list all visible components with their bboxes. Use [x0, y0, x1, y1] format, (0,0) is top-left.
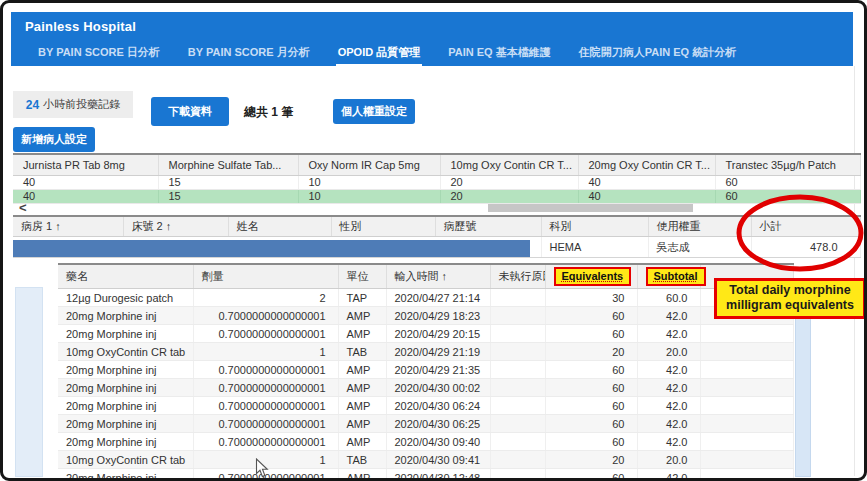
- weights-row[interactable]: 40 15 10 20 40 60: [13, 175, 860, 189]
- record-cell-unit: AMP: [338, 415, 386, 433]
- app-window: Painless Hospital BY PAIN SCORE 日分析 BY P…: [0, 0, 867, 481]
- record-cell-not-executed-reason: [490, 343, 545, 361]
- detail-panel-left-gutter: [15, 287, 43, 477]
- record-cell-subtotal: 42.0: [637, 415, 700, 433]
- records-column-header-not-executed-reason[interactable]: 未執行原因: [490, 264, 545, 289]
- record-row[interactable]: 12µg Durogesic patch 2 TAP 2020/04/27 21…: [58, 289, 793, 307]
- weights-cell: 60: [715, 175, 860, 189]
- record-cell-subtotal: 42.0: [637, 397, 700, 415]
- record-cell-filler: [700, 433, 793, 451]
- weights-column-header[interactable]: Morphine Sulfate Tab...: [158, 154, 298, 175]
- patients-column-header-subtotal[interactable]: 小計: [751, 216, 860, 237]
- record-cell-drug: 10mg OxyContin CR tab: [58, 451, 193, 469]
- tab-by-pain-score-daily[interactable]: BY PAIN SCORE 日分析: [36, 41, 162, 66]
- weights-header-row: Jurnista PR Tab 8mg Morphine Sulfate Tab…: [13, 154, 860, 175]
- weights-column-header[interactable]: 20mg Oxy Contin CR T...: [578, 154, 715, 175]
- record-cell-subtotal: 42.0: [637, 469, 700, 481]
- tab-by-pain-score-monthly[interactable]: BY PAIN SCORE 月分析: [186, 41, 312, 66]
- records-column-header-subtotal[interactable]: Subtotal: [637, 264, 700, 289]
- weights-cell: 40: [578, 175, 715, 189]
- patients-column-header-weight-user[interactable]: 使用權重: [648, 216, 751, 237]
- record-cell-entry-time: 2020/04/30 06:25: [386, 415, 490, 433]
- records-header-row: 藥名 劑量 單位 輸入時間 ↑ 未執行原因 Equivalents Subtot…: [58, 264, 793, 289]
- record-cell-dose: 0.7000000000000001: [193, 325, 338, 343]
- records-column-header-unit[interactable]: 單位: [338, 264, 386, 289]
- record-row[interactable]: 10mg OxyContin CR tab 1 TAB 2020/04/30 0…: [58, 451, 793, 469]
- record-row[interactable]: 20mg Morphine inj 0.7000000000000001 AMP…: [58, 397, 793, 415]
- history-24h-chip[interactable]: 24 小時前投藥記錄: [13, 91, 133, 118]
- record-row[interactable]: 20mg Morphine inj 0.7000000000000001 AMP…: [58, 361, 793, 379]
- scroll-left-arrow[interactable]: <: [19, 200, 27, 215]
- record-row[interactable]: 20mg Morphine inj 0.7000000000000001 AMP…: [58, 469, 793, 481]
- record-row[interactable]: 10mg OxyContin CR tab 1 TAB 2020/04/29 2…: [58, 343, 793, 361]
- weights-column-header[interactable]: 10mg Oxy Contin CR T...: [440, 154, 578, 175]
- patients-column-header-ward[interactable]: 病房 1 ↑: [13, 216, 123, 237]
- record-cell-dose: 0.7000000000000001: [193, 433, 338, 451]
- tab-inpatient-pain-eq-stats[interactable]: 住院開刀病人PAIN EQ 統計分析: [577, 41, 738, 66]
- weights-row-selected[interactable]: 40 15 10 20 40 60: [13, 189, 860, 203]
- record-cell-filler: [700, 325, 793, 343]
- weights-column-header[interactable]: Transtec 35µg/h Patch: [715, 154, 860, 175]
- patients-column-header-name[interactable]: 姓名: [228, 216, 331, 237]
- record-cell-unit: AMP: [338, 307, 386, 325]
- patient-row[interactable]: HEMA 吳志成 478.0: [13, 237, 860, 258]
- record-cell-equivalents: 60: [545, 415, 637, 433]
- history-24h-label: 小時前投藥記錄: [43, 97, 120, 112]
- patient-cell-subtotal: 478.0: [751, 237, 860, 258]
- record-cell-unit: TAP: [338, 289, 386, 307]
- record-row[interactable]: 20mg Morphine inj 0.7000000000000001 AMP…: [58, 307, 793, 325]
- weights-cell: 60: [715, 189, 860, 203]
- app-title: Painless Hospital: [11, 12, 853, 34]
- records-column-header-dose[interactable]: 劑量: [193, 264, 338, 289]
- horizontal-scrollbar-thumb[interactable]: [488, 204, 693, 212]
- record-cell-drug: 20mg Morphine inj: [58, 379, 193, 397]
- record-cell-filler: [700, 397, 793, 415]
- record-cell-drug: 20mg Morphine inj: [58, 433, 193, 451]
- record-cell-subtotal: 42.0: [637, 433, 700, 451]
- tab-pain-eq-maintenance[interactable]: PAIN EQ 基本檔維護: [446, 41, 552, 66]
- record-cell-dose: 0.7000000000000001: [193, 307, 338, 325]
- record-row[interactable]: 20mg Morphine inj 0.7000000000000001 AMP…: [58, 433, 793, 451]
- record-cell-not-executed-reason: [490, 379, 545, 397]
- patients-column-header-chart-no[interactable]: 病歷號: [435, 216, 541, 237]
- record-cell-unit: AMP: [338, 433, 386, 451]
- patient-cell-masked: [13, 237, 541, 258]
- patients-column-header-sex[interactable]: 性別: [331, 216, 435, 237]
- records-column-header-drug[interactable]: 藥名: [58, 264, 193, 289]
- app-header: Painless Hospital BY PAIN SCORE 日分析 BY P…: [11, 12, 853, 66]
- records-column-header-equivalents[interactable]: Equivalents: [545, 264, 637, 289]
- personal-weight-button[interactable]: 個人權重設定: [333, 99, 415, 124]
- record-cell-drug: 20mg Morphine inj: [58, 397, 193, 415]
- add-patient-button[interactable]: 新增病人設定: [13, 127, 95, 152]
- record-row[interactable]: 20mg Morphine inj 0.7000000000000001 AMP…: [58, 325, 793, 343]
- record-cell-not-executed-reason: [490, 307, 545, 325]
- weights-column-header[interactable]: Jurnista PR Tab 8mg: [13, 154, 158, 175]
- weights-cell: 20: [440, 189, 578, 203]
- record-cell-unit: TAB: [338, 451, 386, 469]
- record-cell-subtotal: 42.0: [637, 325, 700, 343]
- patient-cell-weight-user: 吳志成: [648, 237, 751, 258]
- record-cell-equivalents: 60: [545, 469, 637, 481]
- equivalents-header-highlight: Equivalents: [554, 267, 632, 286]
- patients-column-header-dept[interactable]: 科別: [541, 216, 648, 237]
- record-cell-dose: 0.7000000000000001: [193, 397, 338, 415]
- patients-column-header-bed[interactable]: 床號 2 ↑: [123, 216, 228, 237]
- weights-cell: 20: [440, 175, 578, 189]
- record-row[interactable]: 20mg Morphine inj 0.7000000000000001 AMP…: [58, 415, 793, 433]
- record-cell-drug: 20mg Morphine inj: [58, 469, 193, 481]
- weights-cell: 10: [298, 189, 440, 203]
- patients-table: 病房 1 ↑ 床號 2 ↑ 姓名 性別 病歷號 科別 使用權重 小計 HEMA …: [13, 215, 861, 258]
- record-cell-entry-time: 2020/04/30 09:41: [386, 451, 490, 469]
- record-cell-filler: [700, 379, 793, 397]
- weights-column-header[interactable]: Oxy Norm IR Cap 5mg: [298, 154, 440, 175]
- records-body: 12µg Durogesic patch 2 TAP 2020/04/27 21…: [58, 289, 793, 481]
- detail-vertical-scrollbar[interactable]: [795, 305, 811, 477]
- download-data-button[interactable]: 下載資料: [151, 97, 229, 126]
- record-cell-subtotal: 42.0: [637, 379, 700, 397]
- record-cell-equivalents: 60: [545, 433, 637, 451]
- record-row[interactable]: 20mg Morphine inj 0.7000000000000001 AMP…: [58, 379, 793, 397]
- tab-opoid-quality[interactable]: OPOID 品質管理: [336, 41, 423, 66]
- records-column-header-entry-time[interactable]: 輸入時間 ↑: [386, 264, 490, 289]
- weights-cell: 15: [158, 189, 298, 203]
- record-cell-entry-time: 2020/04/29 21:35: [386, 361, 490, 379]
